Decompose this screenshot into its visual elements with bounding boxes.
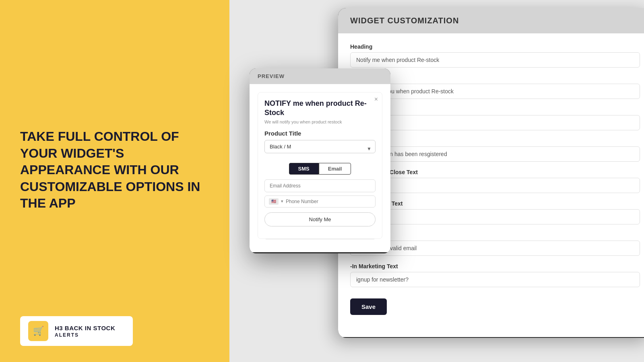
- save-button[interactable]: Save: [350, 298, 387, 315]
- toggle-group: SMS Email: [264, 163, 376, 175]
- hero-text: TAKE FULL CONTROL OF YOUR WIDGET'S APPEA…: [20, 128, 209, 212]
- preview-heading: NOTIFY me when product Re-Stock: [264, 99, 376, 118]
- brand-box: 🛒 H3 BACK IN STOCK ALERTS: [20, 316, 133, 346]
- preview-modal: × NOTIFY me when product Re-Stock We wil…: [258, 92, 382, 239]
- valid-email-input[interactable]: [350, 241, 640, 256]
- valid-email-label: lid Email Text: [350, 232, 640, 238]
- preview-divider: [266, 239, 374, 239]
- preview-tablet: PREVIEW × NOTIFY me when product Re-Stoc…: [250, 68, 390, 253]
- right-panel: WIDGET CUSTOMIZATION Heading Sub Heading…: [229, 0, 644, 362]
- notify-button-input[interactable]: [350, 115, 640, 130]
- heading-label: Heading: [350, 43, 640, 50]
- success-message-close-group: cess Message Close Text: [350, 169, 640, 193]
- subheading-input[interactable]: [350, 84, 640, 99]
- phone-input[interactable]: [286, 199, 371, 204]
- brand-sub: ALERTS: [55, 332, 115, 338]
- phone-code: ▾: [281, 199, 283, 204]
- preview-content: × NOTIFY me when product Re-Stock We wil…: [250, 84, 390, 252]
- email-placeholder-group: ail Placeholder Text: [350, 200, 640, 224]
- phone-row: 🇺🇸 ▾: [264, 195, 376, 208]
- success-message-close-input[interactable]: [350, 178, 640, 193]
- sms-toggle-button[interactable]: SMS: [289, 163, 319, 175]
- preview-subheading: We will notify you when product restock: [264, 119, 376, 124]
- cart-icon: 🛒: [33, 326, 44, 336]
- email-toggle-button[interactable]: Email: [319, 163, 351, 175]
- preview-product-title: Product Title: [264, 130, 376, 137]
- success-message-label: cess Message: [350, 138, 640, 144]
- marketing-text-label: -In Marketing Text: [350, 263, 640, 269]
- notify-me-button[interactable]: Notify Me: [264, 212, 376, 226]
- widget-customization-header: WIDGET CUSTOMIZATION: [338, 8, 644, 33]
- brand-icon: 🛒: [28, 321, 48, 341]
- variant-select[interactable]: Black / M: [264, 140, 376, 153]
- notify-button-group: Notify Button: [350, 106, 640, 130]
- email-placeholder-label: ail Placeholder Text: [350, 200, 640, 207]
- left-panel: TAKE FULL CONTROL OF YOUR WIDGET'S APPEA…: [0, 0, 229, 362]
- marketing-text-input[interactable]: [350, 272, 640, 287]
- heading-input[interactable]: [350, 52, 640, 68]
- flag-icon: 🇺🇸: [269, 198, 279, 205]
- brand-name: H3 BACK IN STOCK: [55, 324, 115, 332]
- success-message-input[interactable]: [350, 146, 640, 162]
- valid-email-group: lid Email Text: [350, 232, 640, 256]
- widget-customization-title: WIDGET CUSTOMIZATION: [350, 16, 459, 25]
- subheading-group: Sub Heading: [350, 75, 640, 99]
- subheading-label: Sub Heading: [350, 75, 640, 81]
- success-message-group: cess Message: [350, 138, 640, 162]
- marketing-text-group: -In Marketing Text: [350, 263, 640, 287]
- preview-header: PREVIEW: [250, 68, 390, 84]
- success-message-close-label: cess Message Close Text: [350, 169, 640, 175]
- email-placeholder-input[interactable]: [350, 209, 640, 224]
- email-address-input[interactable]: [264, 179, 376, 192]
- notify-button-label: Notify Button: [350, 106, 640, 113]
- heading-group: Heading: [350, 43, 640, 68]
- preview-title: PREVIEW: [258, 73, 285, 79]
- close-icon[interactable]: ×: [374, 96, 378, 103]
